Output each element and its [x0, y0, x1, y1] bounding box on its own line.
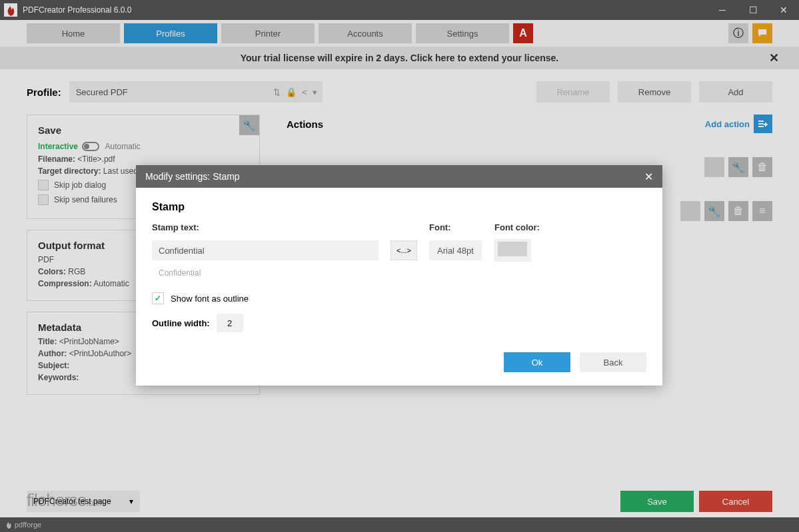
modal-titlebar: Modify settings: Stamp ✕: [136, 165, 662, 188]
stamp-text-input[interactable]: [152, 240, 379, 260]
stamp-text-label: Stamp text:: [152, 222, 379, 232]
color-swatch: [498, 242, 527, 256]
outline-width-label: Outline width:: [152, 318, 210, 328]
outline-width-input[interactable]: [217, 314, 243, 332]
back-button[interactable]: Back: [580, 352, 646, 372]
font-color-picker[interactable]: [494, 239, 531, 262]
font-label: Font:: [429, 222, 482, 232]
font-button[interactable]: Arial 48pt: [429, 240, 482, 260]
modal-heading: Stamp: [152, 201, 646, 213]
checkmark-icon: ✓: [152, 292, 164, 304]
font-color-label: Font color:: [494, 222, 540, 232]
modal-title-text: Modify settings: Stamp: [145, 171, 240, 182]
stamp-hint: Confidential: [152, 264, 646, 282]
show-outline-checkbox[interactable]: ✓ Show font as outline: [152, 292, 646, 304]
modal-stamp-settings: Modify settings: Stamp ✕ Stamp Stamp tex…: [136, 165, 662, 386]
ok-button[interactable]: Ok: [504, 352, 570, 372]
modal-close-icon[interactable]: ✕: [644, 170, 653, 183]
token-button[interactable]: <...>: [391, 240, 417, 260]
